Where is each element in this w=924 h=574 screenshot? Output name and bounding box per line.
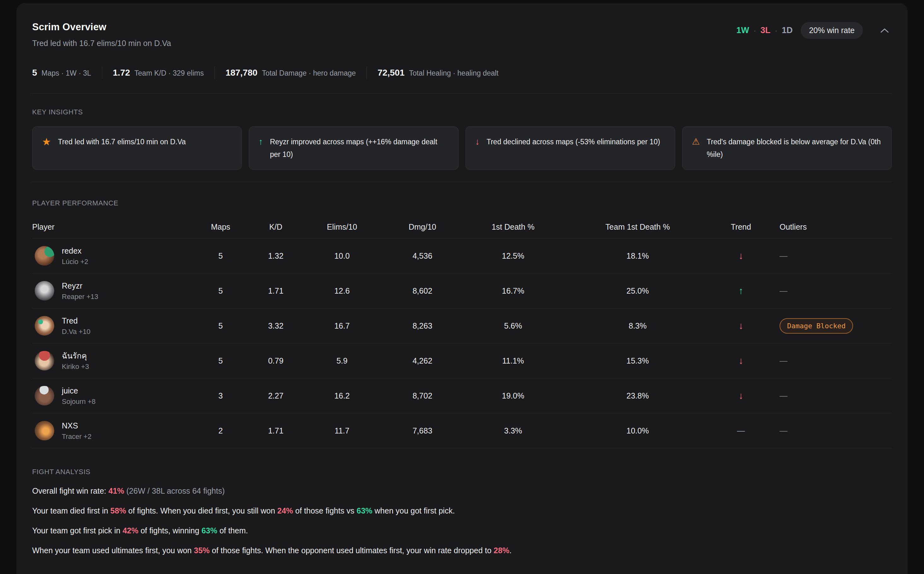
insight-text: Reyzr improved across maps (++16% damage… bbox=[270, 136, 449, 161]
hero-avatar-dva bbox=[35, 316, 54, 336]
player-name: NXS bbox=[62, 421, 92, 430]
cell-elims10: 10.0 bbox=[303, 251, 381, 260]
cell-team-first-death: 10.0% bbox=[562, 426, 714, 435]
cell-first-death: 16.7% bbox=[464, 286, 562, 295]
fight-text: when you got first pick. bbox=[372, 506, 455, 515]
cell-kd: 3.32 bbox=[248, 321, 303, 331]
table-row-reyzr[interactable]: Reyzr Reaper +13 5 1.71 12.6 8,602 16.7%… bbox=[32, 273, 892, 308]
trend-down-icon: ↓ bbox=[714, 251, 769, 261]
page-title: Scrim Overview bbox=[32, 21, 171, 33]
fight-analysis-line-1: Overall fight win rate: 41% (26W / 38L a… bbox=[32, 486, 892, 496]
arrow-up-icon: ↑ bbox=[259, 136, 263, 148]
fight-text: of fights. When you died first, you stil… bbox=[126, 506, 277, 515]
player-heroes: Sojourn +8 bbox=[62, 398, 96, 405]
column-header-outliers: Outliers bbox=[769, 222, 892, 232]
trend-down-icon: ↓ bbox=[714, 390, 769, 401]
cell-team-first-death: 8.3% bbox=[562, 321, 714, 331]
stat-label: Team K/D · 329 elims bbox=[134, 69, 204, 77]
fight-text: of those fights. When the opponent used … bbox=[210, 546, 494, 555]
table-row-juice[interactable]: juice Sojourn +8 3 2.27 16.2 8,702 19.0%… bbox=[32, 378, 892, 413]
stat-total-damage: 187,780 Total Damage · hero damage bbox=[225, 68, 356, 78]
stat-total-healing: 72,501 Total Healing · healing dealt bbox=[378, 68, 498, 78]
player-heroes: Reaper +13 bbox=[62, 293, 98, 301]
cell-first-death: 5.6% bbox=[464, 321, 562, 331]
hero-avatar-sojourn bbox=[35, 386, 54, 405]
player-ids: Reyzr Reaper +13 bbox=[62, 281, 98, 301]
fight-stat-red: 35% bbox=[194, 546, 210, 555]
insight-text: Tred declined across maps (-53% eliminat… bbox=[487, 136, 660, 148]
match-record: 1W · 3L · 1D bbox=[736, 25, 793, 35]
outlier-dash: — bbox=[780, 286, 788, 295]
summary-stats: 5 Maps · 1W · 3L 1.72 Team K/D · 329 eli… bbox=[32, 66, 892, 80]
cell-kd: 1.71 bbox=[248, 286, 303, 295]
cell-elims10: 16.7 bbox=[303, 321, 381, 331]
cell-elims10: 16.2 bbox=[303, 391, 381, 401]
cell-first-death: 19.0% bbox=[464, 391, 562, 401]
fight-stat-red: 58% bbox=[111, 506, 126, 515]
column-header-player: Player bbox=[32, 222, 193, 232]
player-ids: juice Sojourn +8 bbox=[62, 386, 96, 405]
column-header-first-death: 1st Death % bbox=[464, 222, 562, 232]
outlier-dash: — bbox=[780, 426, 788, 435]
cell-outliers: — bbox=[769, 356, 892, 366]
warning-icon: ⚠ bbox=[692, 136, 700, 148]
stat-team-kd: 1.72 Team K/D · 329 elims bbox=[113, 68, 204, 78]
cell-outliers: — bbox=[769, 391, 892, 401]
fight-stat-red: 42% bbox=[123, 526, 138, 535]
stat-divider bbox=[214, 66, 215, 79]
fight-text: Your team died first in bbox=[32, 506, 111, 515]
player-name: juice bbox=[62, 386, 96, 395]
fight-analysis-line-4: When your team used ultimates first, you… bbox=[32, 546, 892, 555]
player-ids: NXS Tracer +2 bbox=[62, 421, 92, 440]
player-cell: Reyzr Reaper +13 bbox=[32, 281, 193, 301]
cell-team-first-death: 23.8% bbox=[562, 391, 714, 401]
cell-outliers: — bbox=[769, 286, 892, 295]
cell-kd: 2.27 bbox=[248, 391, 303, 401]
cell-maps: 5 bbox=[193, 251, 248, 260]
table-row-nxs[interactable]: NXS Tracer +2 2 1.71 11.7 7,683 3.3% 10.… bbox=[32, 413, 892, 448]
cell-maps: 2 bbox=[193, 426, 248, 435]
cell-dmg10: 4,262 bbox=[381, 356, 464, 366]
fight-text: . bbox=[509, 546, 511, 555]
star-icon: ★ bbox=[42, 136, 51, 148]
scrim-overview-card: Scrim Overview Tred led with 16.7 elims/… bbox=[16, 3, 908, 574]
table-row-kiriko-player[interactable]: ฉันรักคุ Kiriko +3 5 0.79 5.9 4,262 11.1… bbox=[32, 344, 892, 378]
insight-card-warning: ⚠ Tred's damage blocked is below average… bbox=[682, 126, 892, 170]
cell-maps: 3 bbox=[193, 391, 248, 401]
hero-avatar-reaper bbox=[35, 281, 54, 301]
insight-text: Tred's damage blocked is below average f… bbox=[707, 136, 882, 161]
fight-stat-red: 28% bbox=[494, 546, 509, 555]
player-ids: redex Lúcio +2 bbox=[62, 246, 88, 266]
player-cell: redex Lúcio +2 bbox=[32, 246, 193, 266]
hero-avatar-kiriko bbox=[35, 351, 54, 371]
player-heroes: Lúcio +2 bbox=[62, 258, 88, 266]
arrow-down-icon: ↓ bbox=[475, 136, 479, 148]
cell-dmg10: 8,263 bbox=[381, 321, 464, 331]
header-right: 1W · 3L · 1D 20% win rate bbox=[736, 22, 892, 39]
cell-outliers: — bbox=[769, 251, 892, 260]
player-performance-label: PLAYER PERFORMANCE bbox=[32, 199, 892, 207]
fight-text: of fights, winning bbox=[138, 526, 201, 535]
player-name: Reyzr bbox=[62, 281, 98, 290]
table-row-redex[interactable]: redex Lúcio +2 5 1.32 10.0 4,536 12.5% 1… bbox=[32, 238, 892, 273]
player-cell: ฉันรักคุ Kiriko +3 bbox=[32, 351, 193, 371]
outlier-badge-damage-blocked: Damage Blocked bbox=[780, 318, 853, 334]
trend-up-icon: ↑ bbox=[714, 285, 769, 296]
column-header-elims10: Elims/10 bbox=[303, 222, 381, 232]
fight-text: Overall fight win rate: bbox=[32, 486, 109, 495]
table-row-tred[interactable]: Tred D.Va +10 5 3.32 16.7 8,263 5.6% 8.3… bbox=[32, 308, 892, 344]
insight-card-declined: ↓ Tred declined across maps (-53% elimin… bbox=[465, 126, 675, 170]
player-name: ฉันรักคุ bbox=[62, 351, 89, 360]
cell-elims10: 11.7 bbox=[303, 426, 381, 435]
fight-analysis-label: FIGHT ANALYSIS bbox=[32, 468, 892, 476]
cell-maps: 5 bbox=[193, 321, 248, 331]
cell-first-death: 3.3% bbox=[464, 426, 562, 435]
record-separator: · bbox=[775, 26, 777, 35]
stat-value: 72,501 bbox=[378, 68, 405, 78]
trend-flat-icon: — bbox=[714, 426, 769, 435]
header: Scrim Overview Tred led with 16.7 elims/… bbox=[32, 3, 892, 48]
collapse-button[interactable] bbox=[877, 25, 892, 36]
record-wins: 1W bbox=[736, 25, 749, 35]
table-header: Player Maps K/D Elims/10 Dmg/10 1st Deat… bbox=[32, 216, 892, 238]
player-ids: Tred D.Va +10 bbox=[62, 316, 90, 336]
